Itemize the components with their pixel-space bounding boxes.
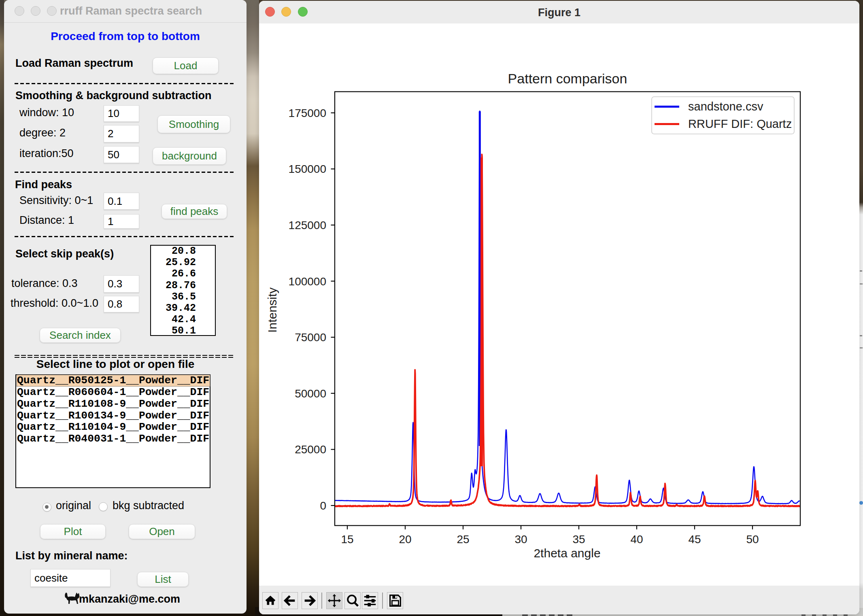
svg-text:50: 50 [746, 533, 759, 546]
svg-text:15: 15 [341, 533, 353, 546]
svg-text:Intensity: Intensity [266, 287, 279, 333]
svg-text:25000: 25000 [295, 443, 326, 456]
svg-text:35: 35 [572, 533, 585, 546]
svg-text:sandstone.csv: sandstone.csv [688, 100, 763, 113]
svg-text:100000: 100000 [289, 275, 326, 288]
svg-text:75000: 75000 [295, 331, 326, 344]
svg-text:2theta angle: 2theta angle [534, 546, 600, 560]
svg-text:50000: 50000 [295, 387, 326, 400]
svg-text:40: 40 [630, 533, 643, 546]
svg-text:45: 45 [688, 533, 701, 546]
svg-text:25: 25 [457, 533, 469, 546]
svg-text:20: 20 [399, 533, 411, 546]
svg-text:30: 30 [514, 533, 527, 546]
svg-text:RRUFF DIF: Quartz: RRUFF DIF: Quartz [688, 117, 792, 130]
svg-text:150000: 150000 [289, 163, 326, 175]
svg-text:125000: 125000 [289, 219, 326, 232]
svg-text:Pattern comparison: Pattern comparison [508, 71, 627, 86]
svg-text:175000: 175000 [289, 107, 326, 119]
svg-text:0: 0 [320, 499, 326, 512]
